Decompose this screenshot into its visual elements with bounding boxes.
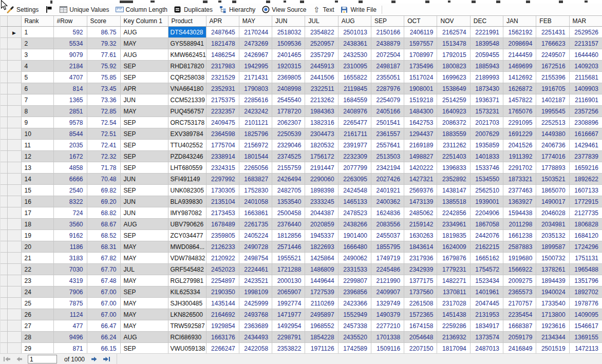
cell-dec[interactable]: 2007629 [470,128,503,140]
cell-feb[interactable]: 1865070 [536,185,569,196]
cell-key-column-1[interactable]: MAY [120,275,168,286]
cell-jul[interactable]: 2357297 [305,49,338,61]
row-selector-cell[interactable] [7,94,21,106]
toolbar-button-flag[interactable] [42,5,56,15]
cell-sep[interactable]: 2072504 [371,49,404,61]
cell-may[interactable]: 2156972 [239,140,272,151]
cell-apr[interactable]: 2254897 [206,275,239,286]
cell-dec[interactable]: 2131953 [470,309,503,320]
cell-apr[interactable]: 1730305 [206,185,239,196]
cell-dec[interactable]: 1935859 [470,140,503,151]
cell-jun[interactable]: 2353822 [272,343,305,354]
cell-nov[interactable]: 2317028 [437,298,470,309]
cell-nov[interactable]: 1538649 [437,83,470,94]
cell-jul[interactable]: 1854228 [305,332,338,343]
cell-feb[interactable]: 1899587 [536,241,569,253]
cell-row[interactable]: 2035 [53,140,87,151]
cell-rank[interactable]: 19 [21,230,53,241]
cell-jul[interactable]: 2333245 [305,196,338,207]
cell-jan[interactable]: 1919680 [503,253,536,264]
cell-jan[interactable]: 1469699 [503,61,536,72]
cell-nov[interactable]: 2352892 [437,174,470,185]
cell-score[interactable]: 79.32 [87,38,120,49]
cell-feb[interactable]: 1713800 [536,309,569,320]
cell-jan[interactable]: 2041526 [503,140,536,151]
cell-score[interactable]: 70.48 [87,174,120,185]
cell-jun[interactable]: 1920315 [272,61,305,72]
header-row-selector[interactable] [7,16,21,27]
cell-apr[interactable]: 2324315 [206,162,239,174]
cell-feb[interactable]: 1378261 [536,264,569,275]
cell-rank[interactable]: 20 [21,241,53,253]
cell-may[interactable]: 1683827 [239,174,272,185]
column-header-sep[interactable]: SEP [371,16,404,27]
cell-score[interactable]: 67.48 [87,275,120,286]
cell-apr[interactable]: 2487645 [206,27,239,38]
cell-aug[interactable]: 2077799 [338,162,371,174]
cell-aug[interactable]: 2331533 [338,264,371,275]
cell-may[interactable]: 1801544 [239,151,272,162]
cell-jun[interactable]: 1471977 [272,309,305,320]
cell-apr[interactable]: 2120922 [206,253,239,264]
cell-oct[interactable]: 1843614 [404,241,437,253]
cell-jun[interactable]: 2545540 [272,94,305,106]
cell-score[interactable]: 67.00 [87,286,120,298]
cell-oct[interactable]: 2054648 [404,332,437,343]
cell-rank[interactable]: 1 [21,27,53,38]
cell-jan[interactable]: 2235454 [503,309,536,320]
cell-jul[interactable]: 2290060 [305,174,338,185]
column-header-key-column-1[interactable]: Key Column 1 [120,16,168,27]
cell-score[interactable]: 66.15 [87,343,120,354]
cell-rank[interactable]: 12 [21,151,53,162]
cell-aug[interactable]: 2457338 [338,320,371,332]
column-header-dec[interactable]: DEC [470,16,503,27]
cell-score[interactable]: 75.85 [87,72,120,83]
cell-nov[interactable]: 2251403 [437,151,470,162]
cell-jan[interactable]: 2144459 [503,49,536,61]
cell-sep[interactable]: 2405166 [371,106,404,117]
cell-aug[interactable]: 1901400 [338,230,371,241]
cell-rank[interactable]: 28 [21,332,53,343]
last-page-button[interactable] [102,356,111,362]
cell-aug[interactable]: 1684559 [338,94,371,106]
cell-key-column-1[interactable]: SEP [120,151,168,162]
cell-aug[interactable]: 2408976 [338,106,371,117]
cell-row[interactable]: 1124 [53,309,87,320]
cell-sep[interactable]: 1509116 [371,343,404,354]
cell-may[interactable]: 2170244 [239,27,272,38]
cell-mar[interactable]: 1644460 [569,49,602,61]
cell-row[interactable]: 7030 [53,264,87,275]
cell-dec[interactable]: 1936371 [470,94,503,106]
cell-aug[interactable]: 2396856 [338,286,371,298]
cell-product[interactable]: VDW784832 [168,253,206,264]
cell-may[interactable]: 2101121 [239,117,272,128]
toolbar-button-view-source[interactable]: View Source [258,5,309,15]
cell-aug[interactable]: 1666480 [338,241,371,253]
cell-jul[interactable]: 2304473 [305,128,338,140]
cell-score[interactable]: 69.20 [87,196,120,207]
cell-apr[interactable]: 2175375 [206,94,239,106]
cell-row[interactable]: 6666 [53,174,87,185]
row-selector-cell[interactable] [7,309,21,320]
cell-jun[interactable]: 1492954 [272,320,305,332]
cell-score[interactable]: 67.00 [87,298,120,309]
cell-jul[interactable]: 1822693 [305,241,338,253]
row-selector-cell[interactable] [7,207,21,219]
cell-dec[interactable]: 1939001 [470,196,503,207]
cell-jul[interactable]: 2520957 [305,38,338,49]
cell-nov[interactable]: 1819835 [437,230,470,241]
row-selector-cell[interactable] [7,117,21,128]
cell-nov[interactable]: 1438147 [437,185,470,196]
cell-nov[interactable]: 1482271 [437,275,470,286]
cell-jul[interactable]: 2445913 [305,61,338,72]
cell-product[interactable]: TRW592587 [168,320,206,332]
cell-key-column-1[interactable]: JUN [120,174,168,185]
cell-feb[interactable]: 1503521 [536,174,569,185]
cell-jul[interactable]: 1425864 [305,253,338,264]
cell-may[interactable]: 2285616 [239,94,272,106]
row-selector-cell[interactable] [7,140,21,151]
cell-may[interactable]: 2498754 [239,253,272,264]
cell-product[interactable]: SFI491149 [168,174,206,185]
cell-rank[interactable]: 26 [21,309,53,320]
cell-nov[interactable]: 2311262 [437,140,470,151]
